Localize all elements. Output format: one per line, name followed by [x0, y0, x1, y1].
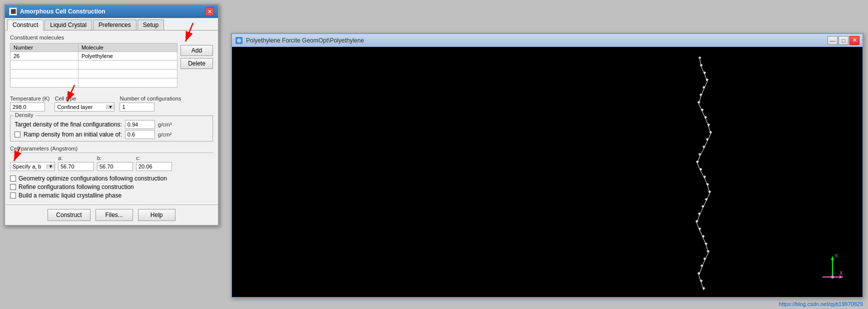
viewer-body: + + + + + + + + + + + + + + + + +	[232, 47, 862, 297]
ramp-density-input[interactable]	[125, 130, 155, 139]
checkbox-row-2: Refine configurations following construc…	[10, 184, 213, 190]
cell-type-value: Confined layer	[55, 103, 106, 111]
tabs-bar: Construct Liquid Crystal Preferences Set…	[5, 18, 218, 30]
refine-checkbox[interactable]	[10, 184, 16, 190]
c-label: c:	[136, 155, 172, 161]
table-row[interactable]: 26 Polyethylene	[10, 52, 178, 60]
num-configs-input[interactable]	[120, 102, 154, 112]
checkbox-row-3: Build a nematic liquid crystalline phase	[10, 192, 213, 199]
tab-liquid-crystal[interactable]: Liquid Crystal	[44, 20, 92, 30]
a-label: a:	[58, 155, 94, 161]
target-density-unit: g/cm³	[158, 122, 172, 128]
temperature-input[interactable]	[10, 102, 45, 112]
geom-optimize-checkbox[interactable]	[10, 176, 16, 182]
b-label: b:	[97, 155, 133, 161]
viewer-titlebar-buttons: — □ ✕	[828, 36, 860, 45]
files-button[interactable]: Files...	[96, 209, 133, 221]
cell-type-dropdown[interactable]: Confined layer ▼	[54, 102, 114, 112]
dialog-titlebar: ⬛ Amorphous Cell Construction ✕	[5, 5, 218, 18]
col-header-molecule: Molecule	[78, 44, 177, 52]
cell-type-group: Cell type Confined layer ▼	[54, 96, 114, 112]
table-row-empty3	[10, 78, 178, 88]
target-density-input[interactable]	[125, 120, 155, 129]
viewer-close-button[interactable]: ✕	[850, 36, 860, 45]
constituent-molecules-label: Constituent molecules	[10, 34, 213, 40]
c-input[interactable]	[136, 162, 172, 171]
viewer-window: Polyethylene Forcite GeomOpt\Polyethylen…	[231, 33, 864, 298]
viewer-icon	[235, 36, 243, 44]
nematic-checkbox[interactable]	[10, 192, 16, 198]
density-label: Density	[14, 112, 35, 118]
specify-dropdown[interactable]: Specify a, b ▼	[10, 162, 55, 171]
target-density-label: Target density of the final configuratio…	[14, 121, 122, 128]
viewer-title-left: Polyethylene Forcite GeomOpt\Polyethylen…	[235, 36, 364, 44]
specify-value: Specify a, b	[10, 162, 46, 170]
dropdown-arrow-icon[interactable]: ▼	[106, 104, 114, 110]
molecules-section: Number Molecule 26 Polyethylene	[10, 43, 213, 90]
tab-setup[interactable]: Setup	[138, 20, 164, 30]
x-axis-label: X	[840, 270, 843, 276]
dialog-footer: Construct Files... Help	[5, 204, 218, 225]
axis-indicator: Y X	[818, 252, 848, 282]
svg-marker-41	[831, 256, 834, 260]
viewer-titlebar: Polyethylene Forcite GeomOpt\Polyethylen…	[232, 34, 862, 47]
b-input[interactable]	[97, 162, 133, 171]
ramp-density-unit: g/cm²	[158, 132, 172, 138]
num-configs-group: Number of configurations	[120, 96, 181, 112]
table-row-empty2	[10, 70, 178, 78]
close-button[interactable]: ✕	[205, 7, 214, 16]
temperature-label: Temperature (K)	[10, 96, 50, 102]
axes-svg: Y X	[818, 252, 848, 282]
svg-point-44	[831, 276, 834, 278]
nematic-label: Build a nematic liquid crystalline phase	[18, 192, 122, 199]
help-button[interactable]: Help	[138, 209, 176, 221]
a-input[interactable]	[58, 162, 94, 171]
specify-group: Specify a, b ▼	[10, 162, 55, 171]
titlebar-left: ⬛ Amorphous Cell Construction	[9, 8, 106, 16]
b-param-col: b:	[97, 155, 133, 171]
cell-params-row: Specify a, b ▼ a: b: c:	[10, 155, 213, 171]
c-param-col: c:	[136, 155, 172, 171]
amorphous-cell-dialog: ⬛ Amorphous Cell Construction ✕ Construc…	[4, 4, 219, 226]
molecule-name: Polyethylene	[78, 52, 177, 60]
add-button[interactable]: Add	[180, 45, 213, 56]
molecule-visualization: + + + + + + + + + + + + + + + + +	[232, 47, 862, 297]
molecules-table-container: Number Molecule 26 Polyethylene	[10, 43, 178, 90]
tab-construct[interactable]: Construct	[7, 20, 44, 30]
dialog-title: Amorphous Cell Construction	[20, 8, 106, 15]
specify-arrow-icon[interactable]: ▼	[46, 164, 54, 169]
dialog-icon: ⬛	[9, 8, 17, 16]
ramp-density-row: Ramp density from an initial value of: g…	[14, 130, 208, 139]
ramp-density-checkbox[interactable]	[14, 132, 20, 138]
y-axis-label: Y	[834, 254, 838, 259]
construct-button[interactable]: Construct	[48, 209, 90, 221]
svg-point-7	[237, 38, 241, 42]
target-density-row: Target density of the final configuratio…	[14, 120, 208, 129]
viewer-title: Polyethylene Forcite GeomOpt\Polyethylen…	[246, 37, 364, 44]
viewer-minimize-button[interactable]: —	[828, 36, 838, 45]
col-header-number: Number	[10, 44, 78, 52]
num-configs-label: Number of configurations	[120, 96, 181, 102]
cell-type-label: Cell type	[54, 96, 114, 102]
molecules-table: Number Molecule 26 Polyethylene	[10, 43, 178, 88]
dialog-content: Constituent molecules Number Molecule 26…	[5, 30, 218, 204]
cell-params-section: Cell parameters (Angstrom)	[10, 146, 213, 171]
cell-params-label: Cell parameters (Angstrom)	[10, 146, 213, 153]
url-text: https://blog.csdn.net/qyb19970829	[779, 301, 863, 307]
ramp-density-label: Ramp density from an initial value of:	[24, 131, 122, 138]
temperature-group: Temperature (K)	[10, 96, 50, 112]
checkbox-row-1: Geometry optimize configurations followi…	[10, 175, 213, 182]
molecule-number: 26	[10, 52, 78, 60]
params-row: Temperature (K) Cell type	[10, 96, 213, 112]
density-section: Density Target density of the final conf…	[10, 116, 213, 142]
tab-preferences[interactable]: Preferences	[93, 20, 136, 30]
geom-optimize-label: Geometry optimize configurations followi…	[18, 175, 167, 182]
refine-label: Refine configurations following construc…	[18, 184, 134, 190]
delete-button[interactable]: Delete	[180, 58, 213, 69]
table-buttons: Add Delete	[180, 43, 213, 90]
checkboxes-section: Geometry optimize configurations followi…	[10, 175, 213, 199]
table-row-empty1	[10, 60, 178, 70]
a-param-col: a:	[58, 155, 94, 171]
viewer-maximize-button[interactable]: □	[838, 36, 848, 45]
